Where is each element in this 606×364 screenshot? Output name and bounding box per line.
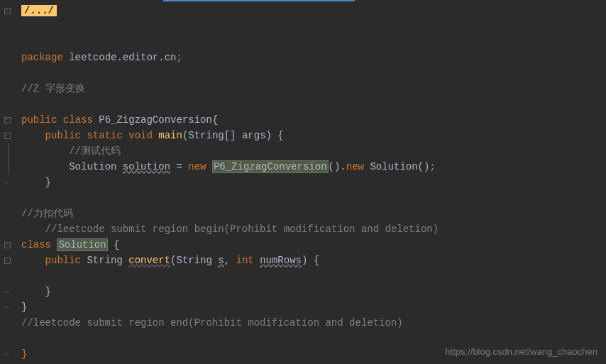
paren-close: )	[266, 130, 272, 141]
method-name: main	[158, 130, 182, 141]
param-name: args	[242, 130, 266, 141]
brace-close-line: }	[18, 284, 606, 299]
brace-close: }	[21, 348, 27, 360]
keyword-public: public	[21, 114, 57, 126]
class-highlight: Solution	[57, 238, 107, 251]
brace-open: {	[114, 239, 119, 250]
comma: ,	[224, 255, 230, 266]
param-name: numRows	[260, 255, 302, 266]
code-content[interactable]: /.../ package leetcode.editor.cn; //Z 字形…	[14, 0, 606, 364]
brace-close: }	[21, 302, 27, 313]
fold-minus-icon[interactable]: −	[4, 133, 11, 139]
solution-decl-line: Solution solution = new P6_ZigzagConvers…	[18, 159, 606, 175]
brace-open: {	[212, 114, 218, 126]
main-decl-line: public static void main(String[] args) {	[18, 128, 606, 143]
var-name: solution	[123, 161, 170, 172]
fold-end-icon[interactable]: ⌐	[5, 299, 10, 315]
brace-close: }	[45, 286, 51, 297]
keyword-public: public	[45, 255, 81, 266]
fold-end-icon[interactable]: ⌐	[5, 346, 10, 362]
keyword-static: static	[87, 130, 122, 141]
equals-op: =	[176, 161, 182, 172]
brace-open: {	[314, 255, 319, 266]
keyword-package: package	[21, 52, 63, 63]
class-name: P6_ZigzagConversion	[99, 114, 212, 126]
class-decl-line: public class P6_ZigzagConversion{	[18, 112, 606, 128]
semicolon: ;	[176, 52, 182, 63]
paren: ()	[418, 161, 430, 172]
inner-class-line: class Solution {	[18, 237, 606, 253]
blank-line	[18, 65, 606, 81]
brace-close: }	[45, 177, 51, 188]
brace-close-line: }	[18, 299, 606, 315]
fold-plus-icon[interactable]: +	[4, 8, 11, 14]
comment-line: //leetcode submit region begin(Prohibit …	[18, 221, 606, 237]
comment-line: //leetcode submit region end(Prohibit mo…	[18, 315, 606, 331]
keyword-public: public	[45, 130, 81, 141]
comment-text: //力扣代码	[21, 208, 73, 219]
method-name: convert	[128, 255, 170, 266]
blank-line	[18, 268, 606, 284]
keyword-new: new	[346, 161, 364, 172]
comment-text: //leetcode submit region begin(Prohibit …	[45, 224, 439, 235]
comment-line: //Z 字形变换	[18, 81, 606, 96]
blank-line	[18, 18, 606, 34]
fold-minus-icon[interactable]: −	[4, 117, 11, 123]
paren: ()	[329, 161, 341, 172]
brace-open: {	[277, 130, 283, 141]
keyword-void: void	[128, 130, 153, 141]
keyword-class: class	[63, 114, 93, 126]
paren-close: )	[302, 255, 307, 266]
blank-line	[18, 34, 606, 50]
comment-text: //Z 字形变换	[21, 83, 85, 94]
convert-decl-line: public String convert(String s, int numR…	[18, 253, 606, 268]
code-editor[interactable]: + − − ⌐ − − ⌐ ⌐ ⌐ /.../ package leetcode…	[0, 0, 606, 364]
constructor-highlight: P6_ZigzagConversion	[212, 160, 329, 173]
fold-marker[interactable]: /.../	[21, 5, 57, 16]
fold-minus-icon[interactable]: −	[4, 258, 11, 264]
package-name: leetcode.editor.cn	[69, 52, 176, 63]
blank-line	[18, 96, 606, 112]
param-type: String	[176, 255, 211, 266]
blank-line	[18, 190, 606, 206]
inner-class: Solution	[370, 161, 417, 172]
fold-end-icon[interactable]: ⌐	[5, 284, 10, 299]
fold-minus-icon[interactable]: −	[4, 242, 11, 248]
comment-line: //测试代码	[18, 143, 606, 159]
comment-line: //力扣代码	[18, 206, 606, 221]
return-type: String	[87, 255, 122, 266]
keyword-class: class	[21, 239, 51, 250]
keyword-new: new	[188, 161, 206, 172]
comment-text: //测试代码	[69, 145, 121, 157]
package-line: package leetcode.editor.cn;	[18, 50, 606, 65]
comment-text: //leetcode submit region end(Prohibit mo…	[21, 317, 403, 329]
param-type: String[]	[188, 130, 236, 141]
keyword-int: int	[236, 255, 254, 266]
dot: .	[340, 161, 346, 172]
semicolon: ;	[429, 161, 435, 172]
fold-end-icon[interactable]: ⌐	[5, 175, 10, 190]
watermark-text: https://blog.csdn.net/wang_chaochen	[445, 344, 597, 360]
folded-line[interactable]: /.../	[18, 3, 606, 18]
brace-close-line: }	[18, 175, 606, 190]
var-type: Solution	[69, 161, 116, 172]
gutter: + − − ⌐ − − ⌐ ⌐ ⌐	[0, 0, 14, 364]
param-name: s	[218, 255, 224, 266]
